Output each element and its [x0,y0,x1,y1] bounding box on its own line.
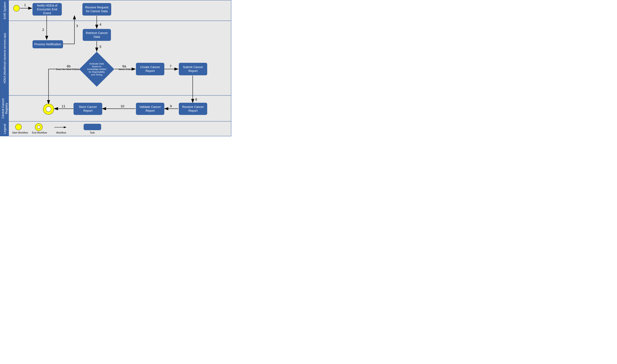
lane-hdea: HDEA (MedMorph backend services app) [0,21,231,96]
lane-label-hdea: HDEA (MedMorph backend services app) [0,21,9,95]
task-validate-report: Validate Cancer Report [136,103,164,115]
legend-start-label: Start Workflow [12,131,28,134]
legend-task-icon [84,124,101,130]
step-6a-label: Meets Criteria [119,68,133,71]
task-submit-report: Submit Cancer Report [179,63,207,75]
step-5: 5 [99,45,101,49]
swimlane-diagram: EHR System HDEA (MedMorph backend servic… [0,0,231,136]
step-2: 2 [42,28,44,32]
step-11: 11 [62,104,65,108]
step-1: 1 [24,3,26,7]
lane-label-ehr: EHR System [0,0,9,21]
task-store-report: Store Cancer Report [74,103,102,115]
step-10: 10 [121,104,124,108]
step-3: 3 [76,24,78,28]
step-6a: 6a [122,64,126,68]
step-4: 4 [99,23,101,26]
task-receive-report: Receive Cancer Report [179,103,207,115]
start-event [13,5,20,12]
task-notify: Notify HDEA of Encounter End Event [32,3,62,15]
step-7: 7 [170,64,171,68]
task-retrieve: Retrieve Cancer Data [83,29,111,41]
task-receive-request: Receive Request for Cancer Data [82,3,111,15]
decision-evaluate-text: Evaluate Data based on Knowledge Artifac… [84,57,109,81]
step-9: 9 [170,104,172,108]
legend-end-icon [35,124,42,131]
lane-label-legend: Legend [0,121,9,136]
end-event [43,104,54,114]
step-6b: 6b [67,64,70,68]
step-6b-label: Does Not Meet Criteria [56,68,80,71]
legend-start-icon [15,124,22,130]
step-8: 8 [195,98,197,102]
task-create-report: Create Cancer Report [136,63,164,75]
lane-legend: Legend Start Workflow End Workflow Workf… [0,121,231,136]
legend-task-label: Task [90,131,95,134]
lane-label-registry: Central Cancer Registry [0,96,9,121]
task-process-notification: Process Notification [32,40,63,48]
legend-end-label: End Workflow [32,131,47,134]
legend-workflow-label: Workflow [56,131,66,134]
legend-arrow-icon [54,126,68,129]
